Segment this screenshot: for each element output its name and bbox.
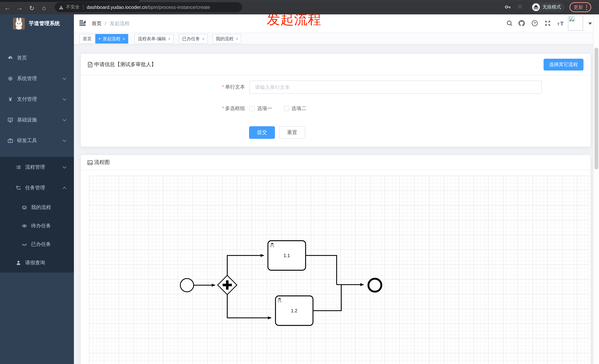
monitor-icon	[7, 117, 13, 123]
sidebar-item-my-process[interactable]: 我的流程	[0, 198, 74, 217]
address-bar[interactable]: 不安全 dashboard.yudao.iocoder.cn/bpm/proce…	[55, 2, 242, 12]
app-logo[interactable]: 芋道管理系统	[0, 14, 74, 33]
bpmn-canvas[interactable]: 1.1 1.2	[89, 176, 590, 364]
sidebar-item-system[interactable]: 系统管理	[0, 68, 74, 89]
sidebar-item-done-tasks[interactable]: 已办任务	[0, 235, 74, 254]
list-icon	[16, 164, 21, 170]
close-icon[interactable]: ×	[123, 37, 125, 41]
user-task-2[interactable]: 1.2	[275, 296, 313, 325]
tab-label: 流程表单-编辑	[138, 36, 166, 42]
breadcrumb-home[interactable]: 首页	[92, 20, 102, 27]
checkbox-icon[interactable]	[284, 106, 289, 111]
sidebar-item-process-mgmt[interactable]: 流程管理	[0, 157, 74, 178]
bookmark-star-icon[interactable]: ☆	[517, 3, 523, 10]
browser-update-button[interactable]: 更新	[569, 2, 591, 12]
diagram-title: 流程图	[94, 159, 110, 166]
browser-tab-strip	[139, 0, 599, 2]
browser-back-button[interactable]: ←	[4, 4, 11, 12]
checkbox-option-1[interactable]: 选项一	[249, 105, 272, 112]
svg-text:T: T	[557, 22, 559, 26]
incognito-icon	[532, 3, 540, 11]
user-task-1[interactable]: 1.1	[268, 241, 306, 270]
end-event[interactable]	[368, 279, 381, 292]
chevron-down-icon	[62, 77, 67, 80]
apply-info-card: 申请信息【测试多审批人】 选择其它流程 *单行文本 *多选框组 选项一 选项二 …	[80, 53, 591, 147]
avatar[interactable]	[568, 16, 583, 31]
required-asterisk: *	[222, 106, 224, 111]
page: 发起流程 ← → ↻ ⌂ 不安全 dashboard.yudao.iocoder…	[0, 0, 599, 364]
password-key-icon[interactable]	[505, 4, 511, 10]
url-host: dashboard.yudao.iocoder.cn	[87, 4, 147, 10]
github-icon[interactable]	[518, 20, 525, 26]
tab-label: 我的流程	[216, 36, 234, 42]
tab-start-process[interactable]: ● 发起流程 ×	[95, 34, 128, 43]
search-icon[interactable]	[506, 20, 513, 26]
browser-forward-button[interactable]: →	[16, 4, 23, 12]
sidebar-item-label: 支付管理	[17, 96, 37, 103]
browser-home-button[interactable]: ⌂	[40, 4, 48, 12]
incognito-badge: 无痕模式	[531, 2, 565, 12]
submit-button[interactable]: 提交	[249, 126, 275, 139]
sidebar-item-home[interactable]: 首页	[0, 48, 74, 68]
not-secure-warning-icon	[59, 5, 63, 9]
single-line-text-input[interactable]	[249, 80, 542, 94]
checkbox-icon[interactable]	[249, 106, 255, 111]
browser-chrome: ← → ↻ ⌂ 不安全 dashboard.yudao.iocoder.cn/b…	[0, 0, 599, 14]
field-label-checkbox-group: *多选框组	[173, 106, 245, 111]
tab-label: 已办任务	[182, 36, 200, 42]
reset-button[interactable]: 重置	[279, 126, 305, 139]
tab-home[interactable]: 首页	[79, 34, 95, 43]
checkbox-label: 选项一	[257, 105, 272, 112]
tab-done-tasks[interactable]: 已办任务 ×	[179, 34, 208, 43]
field-label: 单行文本	[225, 84, 245, 90]
close-icon[interactable]: ×	[202, 37, 204, 41]
page-scrollbar[interactable]	[593, 14, 599, 364]
update-label: 更新	[573, 4, 583, 10]
bpmn-diagram: 1.1 1.2	[89, 176, 590, 364]
flow-gateway-to-task2	[227, 294, 271, 318]
text-size-icon[interactable]: TT	[557, 20, 565, 26]
kebab-menu-icon[interactable]	[586, 5, 587, 10]
sidebar-item-task-mgmt[interactable]: 任务管理	[0, 178, 74, 198]
tags-bar: 首页 ● 发起流程 × 流程表单-编辑 × 已办任务 × 我的流程 ×	[74, 33, 593, 45]
flow-gateway-to-task1	[227, 255, 264, 276]
start-event[interactable]	[180, 279, 194, 292]
apply-info-card-header: 申请信息【测试多审批人】 选择其它流程	[81, 54, 590, 75]
browser-frame-strip	[0, 0, 599, 2]
chevron-down-icon	[62, 166, 67, 169]
document-icon	[87, 61, 93, 67]
fullscreen-icon[interactable]	[544, 20, 551, 26]
logo-rabbit-image	[13, 18, 25, 30]
eye-closed-icon	[21, 241, 27, 247]
apply-info-title: 申请信息【测试多审批人】	[94, 61, 156, 68]
chevron-up-icon	[62, 187, 67, 189]
choose-other-process-button[interactable]: 选择其它流程	[544, 59, 583, 70]
broken-image-icon	[569, 17, 575, 21]
sidebar-item-infrastructure[interactable]: 基础设施	[0, 110, 74, 130]
diagram-card-header: 流程图	[81, 155, 590, 170]
scrollbar-thumb[interactable]	[595, 48, 598, 169]
face-icon	[21, 204, 27, 211]
tab-my-process[interactable]: 我的流程 ×	[212, 34, 241, 43]
sidebar-item-payment[interactable]: ¥ 支付管理	[0, 89, 74, 110]
url-divider	[83, 4, 83, 10]
browser-reload-button[interactable]: ↻	[28, 4, 35, 12]
image-icon	[87, 160, 93, 165]
sidebar-item-todo-tasks[interactable]: 待办任务	[0, 217, 74, 235]
checkbox-option-2[interactable]: 选项二	[284, 105, 306, 112]
parallel-gateway[interactable]	[218, 275, 237, 295]
sidebar-item-label: 任务管理	[25, 185, 45, 191]
sidebar-collapse-icon[interactable]	[79, 20, 86, 26]
process-diagram-card: 流程图	[80, 155, 591, 364]
sidebar-item-leave-query[interactable]: 请假查询	[0, 254, 74, 272]
app-navbar: 首页 / 发起流程 ? TT	[74, 14, 593, 33]
task-label: 1.1	[284, 253, 290, 258]
field-label: 多选框组	[225, 106, 245, 111]
help-icon[interactable]: ?	[531, 20, 538, 26]
tab-process-form-edit[interactable]: 流程表单-编辑 ×	[134, 34, 174, 43]
close-icon[interactable]: ×	[168, 37, 171, 41]
chevron-down-icon[interactable]	[588, 23, 592, 25]
close-icon[interactable]: ×	[236, 37, 238, 41]
incognito-label: 无痕模式	[542, 4, 561, 10]
flow-task1-out	[306, 255, 337, 285]
